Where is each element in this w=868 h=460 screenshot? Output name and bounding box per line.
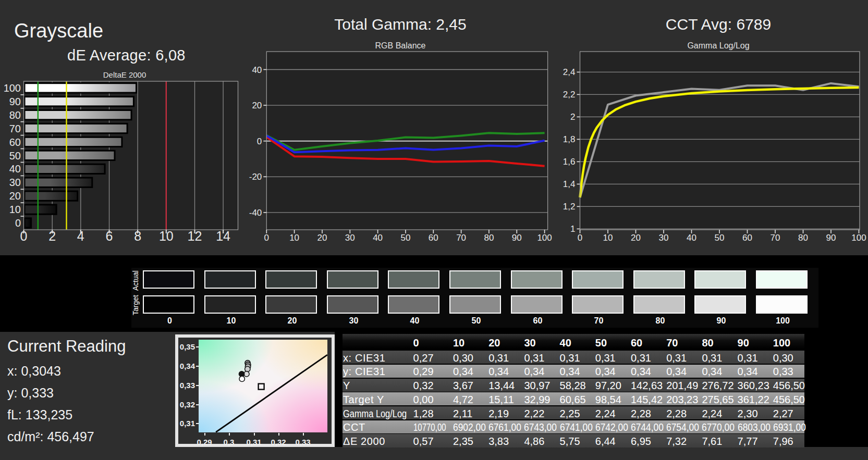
svg-text:10: 10 [289,233,299,243]
svg-text:8: 8 [134,229,141,243]
svg-text:2,4: 2,4 [563,67,576,77]
svg-text:1,4: 1,4 [563,179,576,189]
svg-text:100: 100 [851,233,866,243]
svg-text:50: 50 [9,150,21,161]
svg-text:90: 90 [9,96,21,107]
svg-text:0: 0 [15,217,21,229]
svg-text:20: 20 [252,101,262,110]
svg-text:70: 70 [9,123,21,134]
svg-text:4: 4 [77,229,84,243]
svg-text:-20: -20 [249,172,262,182]
svg-text:60: 60 [742,233,752,243]
svg-text:0: 0 [578,233,582,243]
svg-text:70: 70 [456,233,466,243]
svg-text:30: 30 [9,177,21,188]
svg-text:6: 6 [106,229,113,243]
svg-text:40: 40 [687,233,696,243]
svg-text:60: 60 [9,136,21,148]
svg-text:20: 20 [9,190,21,202]
svg-text:80: 80 [484,233,494,243]
svg-text:90: 90 [512,233,522,243]
svg-text:12: 12 [188,229,202,243]
svg-text:70: 70 [771,233,780,243]
svg-text:60: 60 [429,233,438,243]
svg-text:1,6: 1,6 [563,157,576,167]
svg-text:20: 20 [317,233,327,243]
svg-text:0: 0 [20,229,28,243]
svg-text:50: 50 [715,233,725,243]
svg-text:90: 90 [826,233,836,243]
svg-text:80: 80 [9,109,21,121]
svg-text:0: 0 [257,136,262,146]
svg-text:2: 2 [570,112,575,122]
svg-text:80: 80 [798,233,808,243]
svg-text:100: 100 [537,233,552,243]
svg-text:40: 40 [373,233,383,243]
svg-text:20: 20 [631,233,641,243]
svg-text:100: 100 [4,82,21,94]
svg-text:30: 30 [659,233,669,243]
svg-text:-40: -40 [249,208,262,218]
svg-text:1,2: 1,2 [563,202,576,212]
svg-text:1: 1 [570,224,575,234]
svg-text:30: 30 [345,233,355,243]
svg-text:10: 10 [159,229,174,243]
svg-text:40: 40 [9,163,21,175]
svg-text:10: 10 [603,233,613,243]
svg-text:10: 10 [9,204,21,215]
svg-text:1,8: 1,8 [563,134,576,144]
svg-text:2,2: 2,2 [563,90,576,100]
svg-text:0: 0 [264,233,269,243]
svg-text:50: 50 [401,233,411,243]
svg-text:40: 40 [252,65,262,75]
svg-text:2: 2 [48,229,56,243]
